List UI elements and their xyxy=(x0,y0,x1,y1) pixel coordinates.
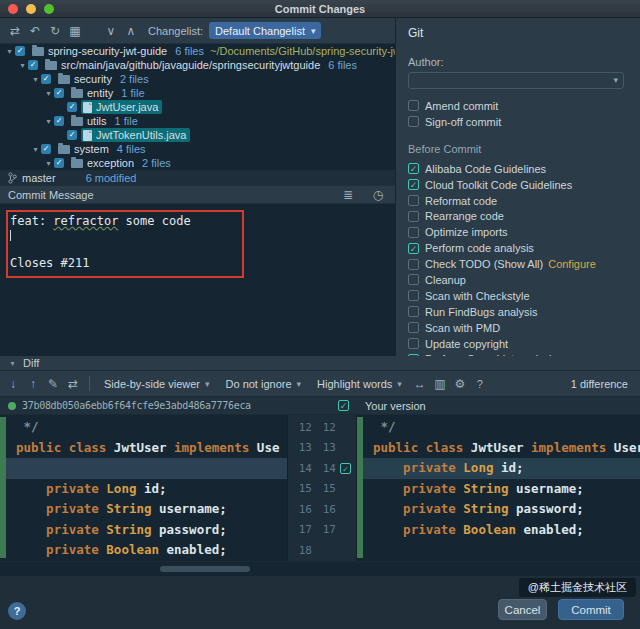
before-commit-list: Alibaba Code GuidelinesCloud Toolkit Cod… xyxy=(408,161,632,356)
author-combobox[interactable] xyxy=(408,72,624,89)
chevron-down-icon[interactable]: ▾ xyxy=(43,159,54,168)
tree-row[interactable]: ▾spring-security-jwt-guide6 files~/Docum… xyxy=(0,44,395,58)
cancel-button[interactable]: Cancel xyxy=(498,599,547,620)
compare-icon[interactable]: ⇄ xyxy=(64,375,82,393)
chevron-down-icon[interactable]: ▾ xyxy=(30,145,41,154)
group-by-icon[interactable]: ▦ xyxy=(66,22,84,40)
show-diff-icon[interactable]: ⇄ xyxy=(6,22,24,40)
minimize-button[interactable] xyxy=(26,4,36,14)
tree-row[interactable]: ▾system4 files xyxy=(0,142,395,156)
help-button[interactable]: ? xyxy=(8,602,26,620)
horizontal-scrollbar[interactable] xyxy=(0,561,640,576)
file-checkbox[interactable] xyxy=(15,46,25,56)
viewer-mode-dropdown[interactable]: Side-by-side viewer xyxy=(97,376,217,392)
configure-link[interactable]: Configure xyxy=(548,258,596,270)
tree-row[interactable]: JwtUser.java xyxy=(0,100,395,114)
tree-row[interactable]: ▾utils1 file xyxy=(0,114,395,128)
commit-history-icon[interactable]: ≣ xyxy=(339,186,357,204)
option-checkbox[interactable] xyxy=(408,163,419,174)
option-checkbox[interactable] xyxy=(408,338,419,349)
collapse-unchanged-icon[interactable]: ↔ xyxy=(411,375,429,393)
option-checkbox[interactable] xyxy=(408,100,419,111)
checkbox-row: Alibaba Code Guidelines xyxy=(408,161,632,177)
file-checkbox[interactable] xyxy=(41,144,51,154)
tree-row[interactable]: ▾src/main/java/github/javaguide/springse… xyxy=(0,58,395,72)
code-line xyxy=(357,540,640,561)
tree-entry: security xyxy=(55,72,115,86)
file-checkbox[interactable] xyxy=(41,74,51,84)
chevron-down-icon[interactable]: ▾ xyxy=(43,89,54,98)
tree-entry: utils xyxy=(68,114,110,128)
diff-section-header[interactable]: ▾ Diff xyxy=(0,356,640,371)
option-label: Scan with Checkstyle xyxy=(425,290,530,302)
file-checkbox[interactable] xyxy=(28,60,38,70)
gutter-row: 1313 xyxy=(288,438,356,459)
file-count: 6 files xyxy=(328,59,357,71)
checkbox-row: Perform code analysis xyxy=(408,240,632,256)
left-line-number: 14 xyxy=(288,462,312,475)
tree-row[interactable]: ▾entity1 file xyxy=(0,86,395,100)
scrollbar-thumb[interactable] xyxy=(160,566,250,572)
option-checkbox[interactable] xyxy=(408,259,419,270)
close-button[interactable] xyxy=(8,4,18,14)
file-icon xyxy=(83,130,92,141)
branch-name[interactable]: master xyxy=(22,172,56,184)
option-checkbox[interactable] xyxy=(408,306,419,317)
settings-icon[interactable]: ⚙ xyxy=(451,375,469,393)
option-checkbox[interactable] xyxy=(408,322,419,333)
left-line-number: 18 xyxy=(288,544,312,557)
option-checkbox[interactable] xyxy=(408,116,419,127)
checkbox-row: Scan with Checkstyle xyxy=(408,288,632,304)
rollback-icon[interactable]: ↶ xyxy=(26,22,44,40)
refresh-icon[interactable]: ↻ xyxy=(46,22,64,40)
file-checkbox[interactable] xyxy=(54,116,64,126)
file-checkbox[interactable] xyxy=(67,130,77,140)
sync-columns-icon[interactable]: ▥ xyxy=(431,375,449,393)
option-checkbox[interactable] xyxy=(408,274,419,285)
option-checkbox[interactable] xyxy=(408,227,419,238)
recent-messages-icon[interactable]: ◷ xyxy=(369,186,387,204)
chevron-down-icon[interactable]: ▾ xyxy=(17,61,28,70)
chevron-down-icon[interactable]: ▾ xyxy=(43,117,54,126)
expand-all-icon[interactable]: ∨ xyxy=(102,22,120,40)
file-icon xyxy=(83,102,92,113)
tree-row[interactable]: ▾exception2 files xyxy=(0,156,395,170)
next-difference-icon[interactable]: ↓ xyxy=(4,375,22,393)
tree-row[interactable]: ▾security2 files xyxy=(0,72,395,86)
tree-view-icons: ∨∧ xyxy=(102,22,140,40)
whitespace-dropdown[interactable]: Do not ignore xyxy=(219,376,309,392)
gutter-row: 1717 xyxy=(288,520,356,541)
option-checkbox[interactable] xyxy=(408,211,419,222)
commit-button[interactable]: Commit xyxy=(558,599,624,620)
highlight-mode-dropdown[interactable]: Highlight words xyxy=(310,376,409,392)
zoom-button[interactable] xyxy=(44,4,54,14)
changelist-dropdown[interactable]: Default Changelist xyxy=(209,22,321,39)
diff-nav-icons: ↓↑✎⇄ xyxy=(4,375,82,393)
misspelled-word: refractor xyxy=(53,214,118,228)
option-checkbox[interactable] xyxy=(408,243,419,254)
diff-right-pane[interactable]: */public class JwtUser implements UserD … xyxy=(357,415,640,561)
checkbox-row: Cloud Toolkit Code Guidelines xyxy=(408,177,632,193)
include-line-checkbox[interactable] xyxy=(340,463,351,474)
chevron-down-icon[interactable]: ▾ xyxy=(4,47,15,56)
file-checkbox[interactable] xyxy=(54,88,64,98)
include-change-checkbox[interactable] xyxy=(338,400,349,411)
branch-bar: master 6 modified xyxy=(0,170,395,186)
tree-row[interactable]: JwtTokenUtils.java xyxy=(0,128,395,142)
commit-message-editor[interactable]: feat: refractor some code Closes #211 xyxy=(0,204,395,356)
modified-count-link[interactable]: 6 modified xyxy=(86,172,137,184)
file-checkbox[interactable] xyxy=(67,102,77,112)
commit-message-header: Commit Message ≣◷ xyxy=(0,186,395,204)
option-checkbox[interactable] xyxy=(408,195,419,206)
collapse-all-icon[interactable]: ∧ xyxy=(122,22,140,40)
help-icon[interactable]: ? xyxy=(477,378,483,390)
edit-source-icon[interactable]: ✎ xyxy=(44,375,62,393)
diff-left-pane[interactable]: */public class JwtUser implements Use pr… xyxy=(0,415,287,561)
file-checkbox[interactable] xyxy=(54,158,64,168)
option-checkbox[interactable] xyxy=(408,290,419,301)
tree-item-label: security xyxy=(74,73,112,85)
chevron-down-icon[interactable]: ▾ xyxy=(30,75,41,84)
viewer-mode-value: Side-by-side viewer xyxy=(104,378,200,390)
previous-difference-icon[interactable]: ↑ xyxy=(24,375,42,393)
option-checkbox[interactable] xyxy=(408,179,419,190)
